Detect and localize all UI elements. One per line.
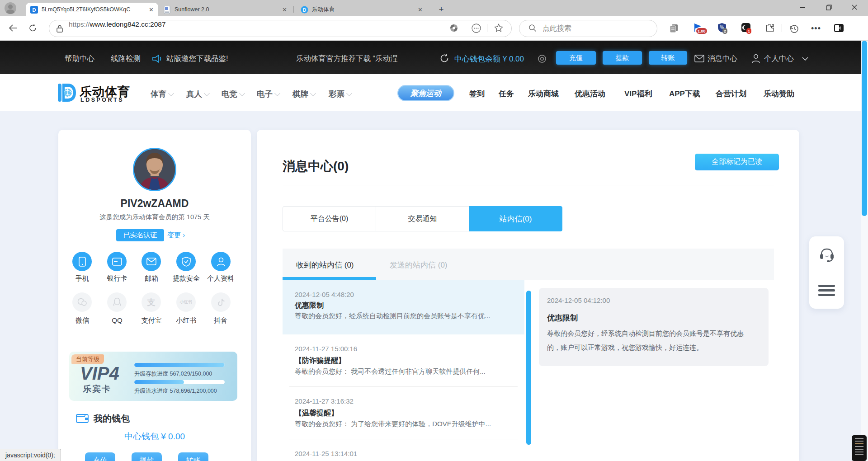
- wallet-balance: 中心钱包余额 ¥ 0.00: [454, 54, 524, 64]
- message-preview: 尊敬的会员您好： 为了给您带来更好的体验，DOVE升级维护中...: [295, 420, 491, 428]
- turnover-progress-bar: [134, 380, 225, 384]
- tab-transaction-notice[interactable]: 交易通知: [376, 206, 469, 231]
- vip-card-name: 乐宾卡: [83, 383, 111, 395]
- page-scrollbar-thumb[interactable]: [862, 41, 867, 216]
- header-recharge-button[interactable]: 充值: [556, 51, 596, 65]
- profile-info-icon[interactable]: [211, 252, 231, 271]
- douyin-icon[interactable]: [211, 292, 231, 312]
- bank-card-icon[interactable]: [107, 252, 127, 271]
- header-transfer-button[interactable]: 转账: [649, 51, 687, 65]
- header-message-center-link[interactable]: 消息中心: [708, 54, 737, 64]
- deposit-progress-label: 升级存款进度 567,029/150,000: [134, 370, 212, 378]
- sidebar-panel-icon[interactable]: [833, 23, 844, 33]
- minimized-widget[interactable]: [852, 435, 867, 461]
- window-close-button[interactable]: [844, 0, 865, 14]
- browser-toolbar: https://www.ledong842.cc:2087 点此搜索 1.00 …: [0, 16, 868, 41]
- nav-partner[interactable]: 合营计划: [716, 89, 746, 99]
- favorite-star-icon[interactable]: [494, 23, 504, 33]
- xiaohongshu-icon[interactable]: 小红书: [176, 292, 196, 312]
- lock-icon[interactable]: [55, 24, 64, 33]
- history-icon[interactable]: [788, 23, 799, 34]
- list-scrollbar-thumb[interactable]: [526, 291, 531, 445]
- header-withdraw-button[interactable]: 提款: [603, 51, 642, 65]
- tab3-favicon: D: [301, 6, 308, 14]
- browser-tab-2[interactable]: Sunflower 2.0 ✕: [159, 3, 292, 16]
- svg-text:D: D: [303, 7, 306, 12]
- tab2-close-icon[interactable]: ✕: [282, 6, 287, 13]
- turnover-progress-label: 升级流水进度 578,696/1,200,000: [134, 387, 217, 395]
- line-check-link[interactable]: 线路检测: [111, 54, 141, 64]
- ld-logo-icon: [57, 82, 77, 103]
- search-box[interactable]: [519, 20, 657, 37]
- browser-tab-1[interactable]: D 5LmQ5Yqo5L2T6IKyfOS5kOWKqC ✕: [26, 3, 158, 16]
- subtab-sent[interactable]: 发送的站内信 (0): [390, 260, 448, 270]
- tab-platform-announcement[interactable]: 平台公告(0): [283, 206, 376, 231]
- pinwheel-icon[interactable]: [449, 23, 459, 33]
- svg-text:D: D: [33, 7, 36, 12]
- collections-icon[interactable]: [669, 23, 679, 34]
- eye-icon[interactable]: [537, 55, 547, 63]
- browser-profile-avatar[interactable]: [5, 2, 16, 14]
- security-label[interactable]: 个人资料: [200, 274, 241, 283]
- nav-app[interactable]: APP下载: [669, 89, 700, 99]
- chevron-down-icon: [168, 90, 174, 96]
- tab1-close-icon[interactable]: ✕: [149, 6, 154, 13]
- more-url-icon[interactable]: [471, 23, 481, 33]
- phone-icon[interactable]: [72, 252, 92, 271]
- url-text[interactable]: https://www.ledong842.cc:2087: [69, 20, 166, 28]
- menu-hamburger-icon[interactable]: [818, 285, 835, 296]
- window-maximize-button[interactable]: [818, 0, 839, 14]
- withdraw-safety-icon[interactable]: [176, 252, 196, 271]
- search-placeholder: 点此搜索: [542, 24, 571, 33]
- extensions-puzzle-icon[interactable]: [764, 23, 775, 33]
- nav-sports[interactable]: 体育: [151, 89, 173, 99]
- customer-service-icon[interactable]: [818, 247, 835, 264]
- central-wallet-amount: 中心钱包 ¥ 0.00: [58, 431, 251, 442]
- nav-mall[interactable]: 乐动商城: [528, 89, 559, 99]
- refresh-icon[interactable]: [27, 22, 39, 34]
- user-icon: [751, 54, 760, 63]
- message-title: 优惠限制: [295, 301, 324, 310]
- wechat-icon[interactable]: [72, 292, 92, 312]
- new-tab-button[interactable]: +: [435, 3, 448, 16]
- nav-vip[interactable]: VIP福利: [624, 89, 652, 99]
- sidebar-recharge-button[interactable]: 充值: [85, 452, 115, 461]
- alipay-icon[interactable]: 支: [142, 292, 161, 312]
- mark-all-read-button[interactable]: 全部标记为已读: [695, 154, 779, 170]
- message-title: 【温馨提醒】: [295, 409, 338, 418]
- nav-chess[interactable]: 棋牌: [292, 89, 315, 99]
- nav-checkin[interactable]: 签到: [469, 89, 485, 99]
- nav-lottery[interactable]: 彩票: [329, 89, 351, 99]
- tab2-favicon: [164, 6, 171, 14]
- wallet-icon: [76, 413, 90, 423]
- tab-site-mail[interactable]: 站内信(0): [469, 206, 562, 231]
- detail-title: 优惠限制: [547, 313, 578, 323]
- change-link[interactable]: 变更 ›: [167, 231, 185, 240]
- social-label[interactable]: 抖音: [200, 316, 241, 325]
- nav-promos[interactable]: 优惠活动: [575, 89, 605, 99]
- refresh-balance-icon[interactable]: [439, 53, 449, 63]
- nav-slots[interactable]: 电子: [257, 89, 279, 99]
- nav-esports[interactable]: 电竞: [222, 89, 244, 99]
- nav-sponsor[interactable]: 乐动赞助: [764, 89, 794, 99]
- focus-sports-badge[interactable]: 聚焦运动: [397, 85, 454, 101]
- avatar[interactable]: [133, 148, 176, 191]
- nav-tasks[interactable]: 任务: [499, 89, 514, 99]
- subtab-received[interactable]: 收到的站内信 (0): [296, 260, 354, 270]
- browser-tab-3[interactable]: D 乐动体育 ✕: [296, 3, 427, 16]
- dark-extension-badge: 1: [746, 28, 751, 34]
- back-icon[interactable]: [7, 22, 19, 34]
- sidebar-withdraw-button[interactable]: 提款: [132, 452, 162, 461]
- header-personal-center-link[interactable]: 个人中心: [764, 54, 794, 64]
- qq-icon[interactable]: [107, 292, 127, 312]
- browser-menu-icon[interactable]: •••: [811, 23, 821, 34]
- page-title: 消息中心(0): [283, 158, 349, 175]
- nav-live[interactable]: 真人: [186, 89, 209, 99]
- window-minimize-button[interactable]: [793, 0, 813, 14]
- download-invite-link[interactable]: 站版邀您下载品鉴!: [166, 54, 228, 64]
- help-center-link[interactable]: 帮助中心: [65, 54, 94, 64]
- verified-badge: 已实名认证: [116, 229, 164, 241]
- sidebar-transfer-button[interactable]: 转账: [178, 452, 208, 461]
- tab3-close-icon[interactable]: ✕: [418, 6, 423, 13]
- email-icon[interactable]: [142, 252, 161, 271]
